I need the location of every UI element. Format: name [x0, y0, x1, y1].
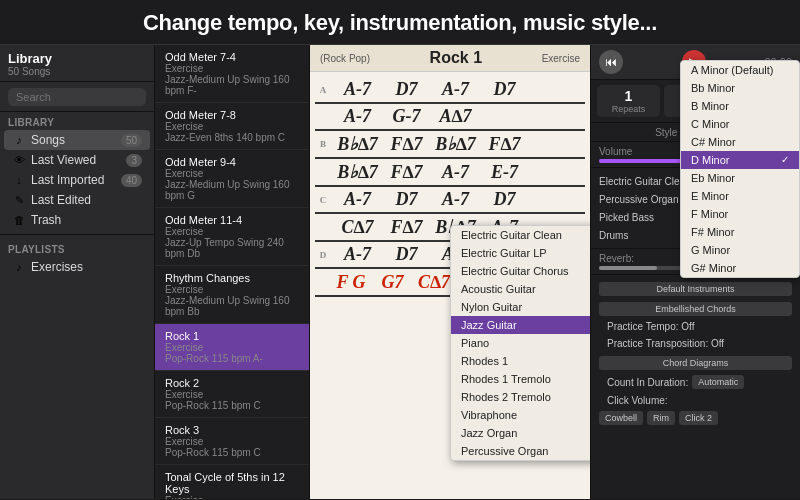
chord-cell: D7 [384, 244, 429, 265]
song-sub: Exercise [165, 342, 299, 353]
key-item[interactable]: A Minor (Default) [681, 61, 799, 79]
chord-cell: A∆7 [433, 106, 478, 127]
key-item[interactable]: F# Minor [681, 223, 799, 241]
playlist-icon: ♪ [12, 260, 26, 274]
music-header: (Rock Pop) Rock 1 Exercise [310, 45, 590, 72]
song-name: Odd Meter 9-4 [165, 156, 299, 168]
sidebar-item-songs[interactable]: ♪ Songs 50 [4, 130, 150, 150]
dropdown-item[interactable]: Electric Guitar LP [451, 244, 590, 262]
song-item[interactable]: Tonal Cycle of 5ths in 12 Keys Exercise … [155, 465, 309, 499]
key-item[interactable]: E Minor [681, 187, 799, 205]
search-input[interactable] [8, 88, 146, 106]
chord-cell: G-7 [384, 106, 429, 127]
count-in-value-btn[interactable]: Automatic [692, 375, 744, 389]
song-item[interactable]: Rock 3 Exercise Pop-Rock 115 bpm C [155, 418, 309, 465]
song-sub: Exercise [165, 121, 299, 132]
dropdown-item[interactable]: Rhodes 1 [451, 352, 590, 370]
song-meta: Jazz-Up Tempo Swing 240 bpm Db [165, 237, 299, 259]
chord-cell: F G [332, 272, 369, 293]
song-sub: Exercise [165, 495, 299, 499]
banner-title: Change tempo, key, instrumentation, musi… [0, 10, 800, 36]
chord-cell: A-7 [433, 79, 478, 100]
sidebar-last-imported-count: 40 [121, 174, 142, 187]
eye-icon: 👁 [12, 153, 26, 167]
click-volume-label: Click Volume: [607, 395, 668, 406]
sidebar-divider [0, 234, 154, 235]
song-item[interactable]: Rock 1 Exercise Pop-Rock 115 bpm A- [155, 324, 309, 371]
chord-cell: A-7 [433, 162, 478, 183]
main-container: Library 50 Songs Library ♪ Songs 50 👁 La… [0, 45, 800, 499]
trash-icon: 🗑 [12, 213, 26, 227]
sidebar-item-exercises[interactable]: ♪ Exercises [4, 257, 150, 277]
dropdown-item[interactable]: Electric Guitar Chorus [451, 262, 590, 280]
dropdown-item[interactable]: Rhodes 1 Tremolo [451, 370, 590, 388]
chord-cell: A-7 [335, 79, 380, 100]
key-item[interactable]: B Minor [681, 97, 799, 115]
dropdown-item[interactable]: Piano [451, 334, 590, 352]
chord-cell: D7 [384, 79, 429, 100]
song-item[interactable]: Odd Meter 9-4 Exercise Jazz-Medium Up Sw… [155, 150, 309, 208]
chord-cell: A-7 [433, 189, 478, 210]
sidebar-item-trash[interactable]: 🗑 Trash [4, 210, 150, 230]
dropdown-item[interactable]: Nylon Guitar [451, 298, 590, 316]
instrument-dropdown: Electric Guitar CleanElectric Guitar LPE… [450, 225, 590, 461]
reverb-fill [599, 266, 657, 270]
key-item[interactable]: F Minor [681, 205, 799, 223]
sidebar-songs-label: Songs [31, 133, 121, 147]
embellished-chords-btn[interactable]: Embellished Chords [599, 302, 792, 316]
key-item[interactable]: Eb Minor [681, 169, 799, 187]
rewind-button[interactable]: ⏮ [599, 50, 623, 74]
dropdown-item[interactable]: Rhodes 2 Tremolo [451, 388, 590, 406]
song-meta: Jazz-Even 8ths 140 bpm C [165, 132, 299, 143]
sidebar: Library 50 Songs Library ♪ Songs 50 👁 La… [0, 45, 155, 499]
practice-transpose-row: Practice Transposition: Off [599, 335, 792, 352]
song-item[interactable]: Odd Meter 11-4 Exercise Jazz-Up Tempo Sw… [155, 208, 309, 266]
key-item[interactable]: C# Minor [681, 133, 799, 151]
sidebar-item-last-viewed[interactable]: 👁 Last Viewed 3 [4, 150, 150, 170]
count-in-row: Count In Duration: Automatic [599, 372, 792, 392]
chord-cell: D7 [482, 189, 527, 210]
song-sub: Exercise [165, 63, 299, 74]
search-box [0, 82, 154, 112]
chord-cell: C∆7 [415, 272, 452, 293]
dropdown-item[interactable]: Acoustic Guitar [451, 280, 590, 298]
song-item[interactable]: Odd Meter 7-4 Exercise Jazz-Medium Up Sw… [155, 45, 309, 103]
song-item[interactable]: Rhythm Changes Exercise Jazz-Medium Up S… [155, 266, 309, 324]
bar-marker: A [315, 85, 331, 95]
key-item-label: B Minor [691, 100, 729, 112]
rim-btn[interactable]: Rim [647, 411, 675, 425]
song-item[interactable]: Odd Meter 7-8 Exercise Jazz-Even 8ths 14… [155, 103, 309, 150]
key-item[interactable]: G Minor [681, 241, 799, 259]
dropdown-item[interactable]: Jazz Organ [451, 424, 590, 442]
key-item[interactable]: G# Minor [681, 259, 799, 277]
sidebar-item-last-edited[interactable]: ✎ Last Edited [4, 190, 150, 210]
click2-btn[interactable]: Click 2 [679, 411, 718, 425]
key-item[interactable]: C Minor [681, 115, 799, 133]
sidebar-last-viewed-count: 3 [126, 154, 142, 167]
dropdown-item[interactable]: Electric Guitar Clean [451, 226, 590, 244]
song-item[interactable]: Rock 2 Exercise Pop-Rock 115 bpm C [155, 371, 309, 418]
dropdown-item[interactable]: Jazz Guitar [451, 316, 590, 334]
options-section: Default Instruments Embellished Chords P… [591, 275, 800, 430]
song-sub: Exercise [165, 226, 299, 237]
sidebar-trash-label: Trash [31, 213, 142, 227]
sidebar-title: Library [8, 51, 146, 66]
instrument-name: Drums [599, 230, 628, 241]
chord-row: B♭∆7F∆7A-7E-7 [315, 159, 585, 187]
key-item-label: C# Minor [691, 136, 736, 148]
key-checkmark: ✓ [781, 154, 789, 166]
instrument-name: Electric Guitar Clean [599, 176, 691, 187]
bar-marker: B [315, 139, 331, 149]
chord-diagrams-btn[interactable]: Chord Diagrams [599, 356, 792, 370]
default-instruments-btn[interactable]: Default Instruments [599, 282, 792, 296]
cowbell-btn[interactable]: Cowbell [599, 411, 643, 425]
chord-cell: F∆7 [384, 162, 429, 183]
key-item[interactable]: D Minor✓ [681, 151, 799, 169]
key-item[interactable]: Bb Minor [681, 79, 799, 97]
dropdown-item[interactable]: Percussive Organ [451, 442, 590, 460]
key-item-label: C Minor [691, 118, 730, 130]
sidebar-last-imported-label: Last Imported [31, 173, 121, 187]
sidebar-item-last-imported[interactable]: ↓ Last Imported 40 [4, 170, 150, 190]
bar-marker: D [315, 250, 331, 260]
dropdown-item[interactable]: Vibraphone [451, 406, 590, 424]
